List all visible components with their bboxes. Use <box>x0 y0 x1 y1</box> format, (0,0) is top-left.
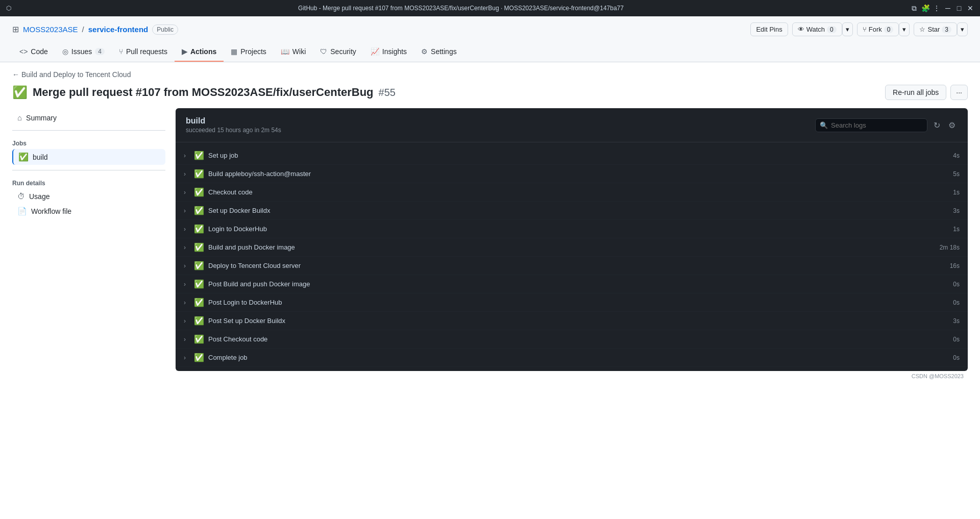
tab-pull-requests[interactable]: ⑂ Pull requests <box>112 42 175 62</box>
tab-settings-label: Settings <box>431 47 457 56</box>
step-duration: 5s <box>953 170 960 178</box>
step-row[interactable]: › ✅ Set up job 4s <box>176 146 968 165</box>
step-check-icon: ✅ <box>194 206 204 215</box>
step-row[interactable]: › ✅ Post Set up Docker Buildx 3s <box>176 312 968 330</box>
step-row[interactable]: › ✅ Complete job 0s <box>176 349 968 367</box>
step-row[interactable]: › ✅ Set up Docker Buildx 3s <box>176 202 968 220</box>
step-duration: 4s <box>953 152 960 159</box>
step-duration: 0s <box>953 354 960 361</box>
tab-actions-label: Actions <box>190 47 216 56</box>
minimize-button[interactable]: ─ <box>944 5 951 12</box>
tab-projects-label: Projects <box>240 47 266 56</box>
fork-dropdown-button[interactable]: ▾ <box>899 22 910 36</box>
watermark: CSDN @MOSS2023 <box>176 371 968 381</box>
projects-icon: ▦ <box>231 47 237 56</box>
step-check-icon: ✅ <box>194 298 204 307</box>
step-name: Set up job <box>208 152 953 159</box>
step-check-icon: ✅ <box>194 334 204 344</box>
repo-icon: ⊞ <box>12 24 19 34</box>
tab-issues[interactable]: ◎ Issues 4 <box>55 42 112 62</box>
step-duration: 0s <box>953 281 960 288</box>
puzzle-icon[interactable]: 🧩 <box>922 5 929 12</box>
sidebar-item-summary[interactable]: ⌂ Summary <box>12 110 165 125</box>
chevron-right-icon: › <box>184 226 190 233</box>
tab-projects[interactable]: ▦ Projects <box>224 42 274 62</box>
fork-button[interactable]: ⑂ Fork 0 <box>857 22 899 36</box>
tab-wiki[interactable]: 📖 Wiki <box>274 42 313 62</box>
tab-actions[interactable]: ▶ Actions <box>175 42 224 62</box>
step-duration: 0s <box>953 336 960 343</box>
watch-group: 👁 Watch 0 ▾ <box>792 22 853 36</box>
chevron-right-icon: › <box>184 152 190 159</box>
more-options-button[interactable]: ··· <box>950 85 968 100</box>
build-info: build succeeded 15 hours ago in 2m 54s <box>186 116 281 134</box>
repo-owner-link[interactable]: MOSS2023ASE <box>23 25 78 34</box>
step-name: Post Checkout code <box>208 335 953 343</box>
refresh-icon[interactable]: ↻ <box>932 118 942 132</box>
step-row[interactable]: › ✅ Post Login to DockerHub 0s <box>176 293 968 312</box>
settings-gear-icon[interactable]: ⚙ <box>946 118 958 132</box>
step-row[interactable]: › ✅ Post Build and push Docker image 0s <box>176 275 968 293</box>
watch-dropdown-button[interactable]: ▾ <box>842 22 853 36</box>
repo-bar: ⊞ MOSS2023ASE / service-frontend Public … <box>12 22 968 42</box>
search-logs-input[interactable] <box>815 118 927 132</box>
menu-icon[interactable]: ⋮ <box>933 5 940 12</box>
titlebar-left: ⬡ <box>6 5 11 12</box>
tab-code[interactable]: <> Code <box>12 42 55 62</box>
step-row[interactable]: › ✅ Post Checkout code 0s <box>176 330 968 349</box>
repo-info: ⊞ MOSS2023ASE / service-frontend Public <box>12 24 178 35</box>
sidebar-item-usage[interactable]: ⏱ Usage <box>12 189 165 204</box>
issues-badge: 4 <box>95 48 105 55</box>
step-check-icon: ✅ <box>194 279 204 289</box>
step-row[interactable]: › ✅ Login to DockerHub 1s <box>176 220 968 238</box>
sidebar-job-build[interactable]: ✅ build <box>12 149 165 165</box>
sidebar: ⌂ Summary Jobs ✅ build Run details ⏱ Usa… <box>12 108 176 519</box>
breadcrumb-back-link[interactable]: ← Build and Deploy to Tencent Cloud <box>12 70 131 79</box>
titlebar-controls[interactable]: ⧉ 🧩 ⋮ ─ □ ✕ <box>911 5 974 12</box>
fork-label: Fork <box>869 26 882 33</box>
step-name: Set up Docker Buildx <box>208 207 953 214</box>
watch-label: Watch <box>806 26 825 33</box>
tab-wiki-label: Wiki <box>292 47 306 56</box>
tab-insights[interactable]: 📈 Insights <box>363 42 414 62</box>
build-panel: build succeeded 15 hours ago in 2m 54s 🔍… <box>176 108 968 371</box>
sidebar-divider-2 <box>12 170 165 170</box>
sidebar-item-workflow[interactable]: 📄 Workflow file <box>12 204 165 219</box>
star-dropdown-button[interactable]: ▾ <box>957 22 968 36</box>
step-name: Deploy to Tencent Cloud server <box>208 262 950 269</box>
step-check-icon: ✅ <box>194 151 204 160</box>
step-name: Build appleboy/ssh-action@master <box>208 170 953 178</box>
github-icon: ⬡ <box>6 5 11 12</box>
rerun-button[interactable]: Re-run all jobs <box>885 85 946 100</box>
repo-separator: / <box>82 25 84 34</box>
workflow-icon: 📄 <box>17 207 27 216</box>
star-icon: ☆ <box>919 26 925 33</box>
titlebar-title: GitHub - Merge pull request #107 from MO… <box>11 5 911 12</box>
run-title-text: Merge pull request #107 from MOSS2023ASE… <box>33 86 374 99</box>
watch-button[interactable]: 👁 Watch 0 <box>792 22 842 36</box>
main-layout: ⌂ Summary Jobs ✅ build Run details ⏱ Usa… <box>0 108 980 519</box>
tab-settings[interactable]: ⚙ Settings <box>414 42 464 62</box>
step-row[interactable]: › ✅ Deploy to Tencent Cloud server 16s <box>176 257 968 275</box>
tab-security[interactable]: 🛡 Security <box>313 42 363 62</box>
step-row[interactable]: › ✅ Checkout code 1s <box>176 183 968 202</box>
jobs-section-title: Jobs <box>12 136 165 149</box>
step-check-icon: ✅ <box>194 242 204 252</box>
chevron-right-icon: › <box>184 336 190 343</box>
step-name: Login to DockerHub <box>208 225 953 233</box>
repo-name-link[interactable]: service-frontend <box>88 25 149 34</box>
extension-icon[interactable]: ⧉ <box>911 5 918 12</box>
maximize-button[interactable]: □ <box>955 5 963 12</box>
job-success-icon: ✅ <box>18 152 29 162</box>
close-button[interactable]: ✕ <box>967 5 974 12</box>
chevron-right-icon: › <box>184 262 190 269</box>
step-row[interactable]: › ✅ Build appleboy/ssh-action@master 5s <box>176 165 968 183</box>
issues-icon: ◎ <box>62 47 68 56</box>
edit-pins-button[interactable]: Edit Pins <box>750 22 788 36</box>
chevron-right-icon: › <box>184 244 190 251</box>
nav-tabs: <> Code ◎ Issues 4 ⑂ Pull requests ▶ Act… <box>12 42 968 62</box>
step-row[interactable]: › ✅ Build and push Docker image 2m 18s <box>176 238 968 257</box>
tab-issues-label: Issues <box>71 47 92 56</box>
star-button[interactable]: ☆ Star 3 <box>914 22 957 36</box>
header: ⊞ MOSS2023ASE / service-frontend Public … <box>0 16 980 62</box>
